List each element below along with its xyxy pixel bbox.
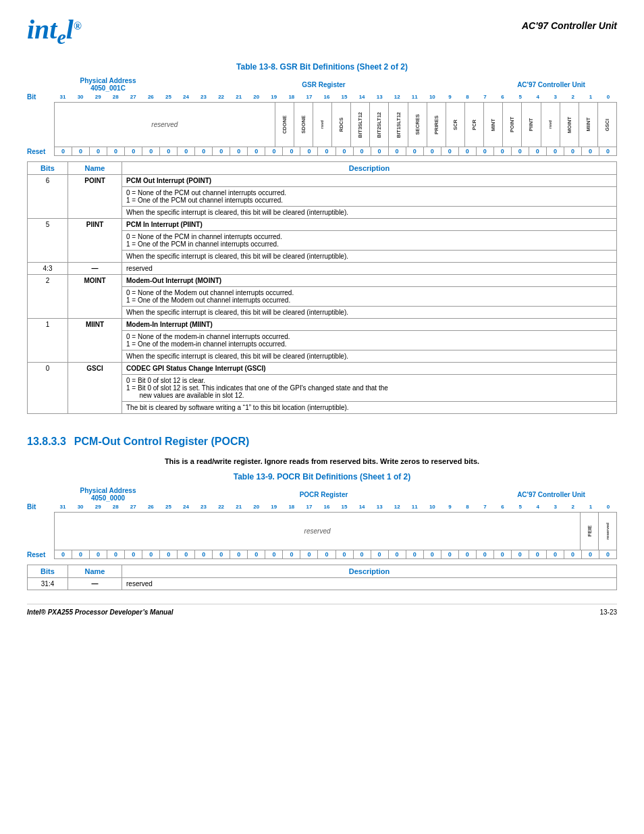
page-footer: Intel® PXA255 Processor Developer’s Manu… bbox=[27, 604, 617, 616]
cell-gsci: GSCI bbox=[598, 103, 616, 147]
page-title: AC'97 Controller Unit bbox=[522, 14, 617, 31]
table2-ctrl-label: AC'97 Controller Unit bbox=[485, 491, 617, 498]
table1-phys-addr-label: Physical Address 4050_001C bbox=[54, 77, 162, 92]
table1-reg-grid: reserved CDONE SDONE rsvd RDCS BIT3SLT12… bbox=[27, 102, 617, 147]
table1-reset-row: Reset 0 0 0 0 0 0 0 0 0 0 0 0 0 0 0 0 0 … bbox=[27, 147, 617, 156]
cell-rdcs: RDCS bbox=[332, 103, 351, 147]
section2-subtext: This is a read/write register. Ignore re… bbox=[27, 457, 617, 465]
reg-cells-row-2: reserved FEIE reserved bbox=[54, 512, 617, 550]
intel-logo: intel® bbox=[27, 14, 82, 49]
section2-heading: 13.8.3.3 PCM-Out Control Register (POCR) bbox=[27, 425, 617, 453]
grid-spacer-2 bbox=[27, 512, 54, 550]
table-row: 0 GSCI CODEC GPI Status Change Interrupt… bbox=[28, 363, 617, 375]
cell-bit3slt12: BIT3SLT12 bbox=[351, 103, 370, 147]
cell-secres: SECRES bbox=[408, 103, 427, 147]
table1-title: Table 13-8. GSR Bit Definitions (Sheet 2… bbox=[27, 62, 617, 72]
bit-nums-row-2: 31 30 29 28 27 26 25 24 23 22 21 20 19 1… bbox=[54, 504, 617, 510]
bit-label-2: Bit bbox=[27, 503, 54, 511]
cell-sdone: SDONE bbox=[294, 103, 313, 147]
reg-cells-row: reserved CDONE SDONE rsvd RDCS BIT3SLT12… bbox=[54, 102, 617, 147]
cell-point: POINT bbox=[503, 103, 522, 147]
table-row: 5 PIINT PCM In Interrupt (PIINT) bbox=[28, 219, 617, 231]
reserved-span-2: reserved bbox=[55, 513, 581, 550]
cell-bit1slt12: BIT1SLT12 bbox=[389, 103, 408, 147]
col-name: Name bbox=[68, 162, 122, 175]
cell-reserved-mid: rsvd bbox=[313, 103, 332, 147]
cell-mint: MINT bbox=[484, 103, 503, 147]
reset-label-2: Reset bbox=[27, 551, 54, 558]
reset-values-1: 0 0 0 0 0 0 0 0 0 0 0 0 0 0 0 0 0 0 0 0 … bbox=[54, 147, 617, 156]
cell-miint: MIINT bbox=[579, 103, 598, 147]
cell-moint: MOINT bbox=[560, 103, 579, 147]
page-header: intel® AC'97 Controller Unit bbox=[27, 14, 617, 49]
cell-pocr-reserved: reserved bbox=[599, 513, 616, 550]
reset-label-1: Reset bbox=[27, 148, 54, 155]
table2-bit-numbers: Bit 31 30 29 28 27 26 25 24 23 22 21 20 … bbox=[27, 503, 617, 511]
table2-header-region: Physical Address 4050_0000 POCR Register… bbox=[27, 487, 617, 502]
cell-pcr: PCR bbox=[465, 103, 484, 147]
cell-cdone: CDONE bbox=[275, 103, 294, 147]
table1-ctrl-label: AC'97 Controller Unit bbox=[485, 81, 617, 88]
reserved-span-1: reserved bbox=[55, 103, 275, 147]
table1-reg-label: GSR Register bbox=[162, 81, 485, 88]
cell-bit2slt12: BIT2SLT12 bbox=[370, 103, 389, 147]
table-row: 4:3 — reserved bbox=[28, 263, 617, 275]
col-bits: Bits bbox=[28, 162, 68, 175]
col2-name: Name bbox=[68, 565, 122, 578]
footer-right: 13-23 bbox=[599, 608, 617, 616]
cell-prires: PRIRES bbox=[427, 103, 446, 147]
section-title: PCM-Out Control Register (POCR) bbox=[74, 436, 250, 448]
table1-desc: Bits Name Description 6 POINT PCM Out In… bbox=[27, 161, 617, 414]
table1-bit-numbers: Bit 31 30 29 28 27 26 25 24 23 22 21 20 … bbox=[27, 93, 617, 101]
table2-reg-grid: reserved FEIE reserved bbox=[27, 512, 617, 550]
col2-bits: Bits bbox=[28, 565, 68, 578]
reset-values-2: 0 0 0 0 0 0 0 0 0 0 0 0 0 0 0 0 0 0 0 0 … bbox=[54, 550, 617, 559]
section-number: 13.8.3.3 bbox=[27, 436, 66, 448]
table-row: 6 POINT PCM Out Interrupt (POINT) bbox=[28, 175, 617, 187]
cell-piint: PIINT bbox=[522, 103, 541, 147]
table2-title: Table 13-9. POCR Bit Definitions (Sheet … bbox=[27, 472, 617, 481]
table-row: 1 MIINT Modem-In Interrupt (MIINT) bbox=[28, 319, 617, 331]
table-row: 2 MOINT Modem-Out Interrupt (MOINT) bbox=[28, 275, 617, 287]
col-desc: Description bbox=[122, 162, 617, 175]
table2-phys-addr: Physical Address 4050_0000 bbox=[54, 487, 162, 502]
table-row: 31:4 — reserved bbox=[28, 578, 617, 590]
footer-left: Intel® PXA255 Processor Developer’s Manu… bbox=[27, 608, 173, 616]
table2-reset-row: Reset 0 0 0 0 0 0 0 0 0 0 0 0 0 0 0 0 0 … bbox=[27, 550, 617, 559]
grid-spacer bbox=[27, 102, 54, 147]
bit-label-1: Bit bbox=[27, 93, 54, 101]
table2-reg-label: POCR Register bbox=[162, 491, 485, 498]
table2-desc: Bits Name Description 31:4 — reserved bbox=[27, 565, 617, 590]
col2-desc: Description bbox=[122, 565, 617, 578]
cell-scr: SCR bbox=[446, 103, 465, 147]
cell-feie: FEIE bbox=[581, 513, 599, 550]
table1-header-region: Physical Address 4050_001C GSR Register … bbox=[27, 77, 617, 92]
bit-nums-row: 31 30 29 28 27 26 25 24 23 22 21 20 19 1… bbox=[54, 94, 617, 100]
cell-reserved-right: rsvd bbox=[541, 103, 560, 147]
